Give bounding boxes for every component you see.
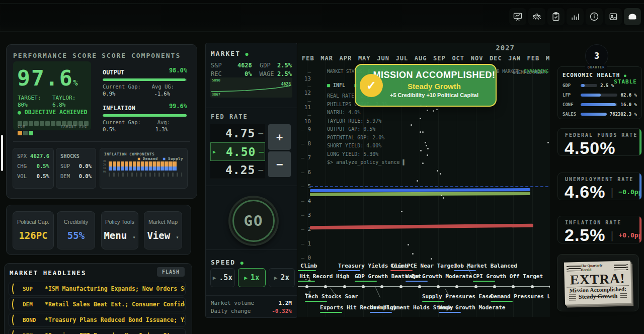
check-badge-icon: ✓ (360, 74, 383, 97)
political-capital-value: 126PC (13, 230, 53, 241)
cum-label: CUM (18, 125, 26, 129)
score-square (29, 121, 33, 126)
flash-button[interactable]: FLASH (157, 267, 185, 277)
inflation-components-legend: ■ Demand ■ Supply (138, 156, 183, 161)
economic-health-header: ECONOMIC HEALTH ● STABLE (562, 72, 637, 78)
legend-swatch-icon: ■ (327, 82, 330, 88)
objective-dot-icon: ● (18, 109, 25, 116)
newspaper-line2: Steady Growth (579, 292, 618, 301)
newspaper-frame[interactable]: The Quarterly Herald EXTRA! Mission Acco… (557, 254, 639, 311)
control-column: MARKET ● S&P 4628 GDP 2.5% REC 0% WAGE 2… (205, 43, 297, 318)
headline-row[interactable]: DEM*Services PMI Expands; New Orders Str… (9, 328, 186, 334)
status-dot-icon: ● (624, 73, 627, 78)
unemployment-status: UNEMPLOYMENT: LOW (513, 70, 550, 75)
rate-option-475[interactable]: 4.75– (210, 124, 265, 142)
score-square (56, 121, 61, 126)
output-gap-values: 0.9%-1.6% (103, 91, 187, 97)
performance-score-value: 97.6% (17, 65, 78, 91)
health-row: SALES762302.3 % (562, 112, 637, 117)
users-icon[interactable] (528, 8, 545, 25)
event-label: s Hit Record High (298, 273, 350, 282)
left-drawer-handle[interactable] (1, 135, 3, 171)
policy-tools-dropdown[interactable]: Policy Tools Menu ▾ (101, 211, 138, 249)
credibility-card: Credibility 55% (57, 211, 95, 249)
event-label: Wage Growth Moderate (406, 273, 472, 282)
inflation-rate-card: INFLATION RATE 2.5% | +0.0pp (557, 216, 642, 243)
health-row: LFP62.6 % (562, 93, 637, 98)
presentation-chart-icon[interactable] (509, 8, 526, 25)
inflation-label: INFLATION (103, 105, 135, 112)
go-button[interactable]: GO (228, 196, 279, 246)
dem-row: DEM0.0% (60, 173, 92, 179)
live-dot-icon: ● (240, 260, 244, 266)
political-capital-card: Political Cap. 126PC (13, 211, 54, 249)
speed-2x-button[interactable]: ▶2x (269, 268, 295, 287)
spx-stats-box: SPX4627.6 CHG0.5% VOL0.5% (13, 148, 54, 189)
sp500-sparkline: 5090 3867 4628 (210, 77, 292, 98)
inflation-bar (103, 114, 187, 117)
newspaper: The Quarterly Herald EXTRA! Mission Acco… (564, 261, 631, 304)
info-icon[interactable] (586, 8, 603, 25)
card-accent (639, 216, 641, 243)
mission-title: MISSION ACCOMPLISHED! (373, 70, 496, 80)
mission-subtitle: Steady Growth (373, 82, 496, 91)
chg-row: CHG0.5% (17, 163, 49, 169)
dashboard-panel: PERFORMANCE SCORE 97.6% TARGET: TAYLOR: … (6, 44, 197, 199)
target-label: TARGET: (18, 95, 41, 101)
bar-chart-icon[interactable] (567, 8, 584, 25)
rate-option-450-selected[interactable]: ▶ 4.50– (210, 142, 265, 161)
rate-selector: 4.75– ▶ 4.50– 4.25– (210, 124, 265, 179)
masthead-lines-icon (567, 265, 581, 271)
mini-y-axis: 3%2%1%0% (103, 159, 106, 174)
market-map-value[interactable]: View ▾ (144, 230, 182, 241)
score-square (45, 121, 50, 126)
image-icon[interactable] (605, 8, 622, 25)
inflation-component: INFLATION 99.6% Current Gap:Avg: 0.5%1.3… (103, 103, 187, 132)
rate-increase-button[interactable]: + (268, 124, 291, 150)
rate-option-425[interactable]: 4.25– (210, 161, 265, 179)
quick-stats-panel: Political Cap. 126PC Credibility 55% Pol… (6, 205, 191, 255)
chat-blob-icon[interactable] (624, 8, 641, 25)
masthead-lines-icon (614, 264, 628, 270)
chevron-down-icon: ▾ (176, 234, 179, 240)
market-readouts: S&P 4628 GDP 2.5% REC 0% WAGE 2.5% (206, 58, 297, 77)
target-avg-label: TARGET AVG (61, 125, 87, 129)
taylor-value: 6.8% (52, 102, 66, 108)
headline-bracket-icon (12, 298, 18, 311)
headline-row[interactable]: SUP*ISM Manufacturing Expands; New Order… (9, 282, 186, 296)
event-label: Wage Growth Moderate (439, 304, 505, 313)
inflation-gap-values: 0.5%1.3% (103, 126, 187, 132)
headline-row[interactable]: DEM*Retail Sales Beat Est.; Consumer Con… (9, 297, 186, 311)
economic-health-panel: ECONOMIC HEALTH ● STABLE GDP2.5 %LFP62.6… (557, 66, 642, 119)
headline-bracket-icon (12, 282, 18, 295)
spx-row: SPX4627.6 (17, 153, 49, 159)
market-map-dropdown[interactable]: Market Map View ▾ (144, 211, 182, 249)
speed-header: SPEED ● (211, 257, 244, 267)
headline-row[interactable]: BOND*Treasury Plans Reduced Bond Issuanc… (9, 313, 186, 327)
top-icon-row (509, 8, 641, 25)
play-icon: ▶ (213, 275, 216, 281)
inflation-components-bars (109, 161, 177, 171)
event-label: CPI Growth Off Target (473, 273, 543, 282)
market-volume-row: Market volume1.2M (211, 300, 292, 306)
newspaper-masthead: The Quarterly Herald (581, 263, 614, 272)
policy-tools-value[interactable]: Menu ▾ (102, 230, 138, 241)
speed-1x-button[interactable]: ▶1x (238, 268, 266, 287)
inflation-gap-labels: Current Gap:Avg: (103, 119, 187, 125)
market-panel-header: MARKET ● (206, 43, 297, 58)
score-square (34, 121, 39, 126)
output-value: 98.0% (169, 67, 187, 74)
clipboard-check-icon[interactable] (547, 8, 565, 25)
quarter-label: QUARTER (585, 64, 607, 70)
credibility-value: 55% (57, 230, 95, 241)
rate-decrease-button[interactable]: − (268, 151, 291, 177)
shocks-box: SHOCKS SUP0.0% DEM0.0% (56, 148, 96, 189)
objective-status: ● OBJECTIVE ACHIEVED (18, 109, 87, 116)
score-square (40, 121, 44, 126)
event-label: s Climb (298, 263, 317, 271)
market-headlines-panel: MARKET HEADLINES FLASH SUP*ISM Manufactu… (4, 263, 192, 334)
speed-half-button[interactable]: ▶.5x (210, 268, 235, 287)
fed-rate-title: FED RATE (211, 113, 248, 120)
sup-row: SUP0.0% (60, 163, 92, 169)
newspaper-headline: EXTRA! (564, 272, 631, 286)
